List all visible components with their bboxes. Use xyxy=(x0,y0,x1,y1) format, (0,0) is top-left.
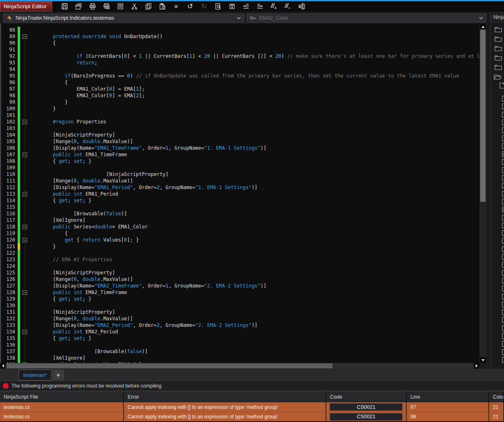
explorer-file-icon[interactable] xyxy=(502,349,504,357)
print-button[interactable] xyxy=(87,2,98,11)
explorer-file-icon[interactable] xyxy=(502,294,504,301)
fold-collapse-icon[interactable] xyxy=(23,238,27,242)
code-text: [NinjaScriptProperty] xyxy=(29,132,115,138)
fold-collapse-icon[interactable] xyxy=(23,153,27,157)
scroll-left-button[interactable] xyxy=(0,363,6,369)
explorer-file-icon[interactable] xyxy=(502,119,504,127)
redo-icon: ↻ xyxy=(201,3,207,10)
class-selector-dropdown[interactable]: NinjaTrader.NinjaScript.Indicators.teste… xyxy=(3,14,244,23)
undo-button[interactable]: ↺ xyxy=(184,2,196,11)
horizontal-scrollbar[interactable] xyxy=(0,363,479,369)
explorer-file-icon[interactable] xyxy=(502,103,504,111)
explorer-file-icon[interactable] xyxy=(502,135,504,143)
explorer-folder-icon[interactable] xyxy=(495,55,502,62)
explorer-file-icon[interactable] xyxy=(502,206,504,214)
cut-button[interactable] xyxy=(128,2,140,11)
save-all-button[interactable] xyxy=(73,2,84,11)
line-number: 113 xyxy=(1,191,18,197)
fold-collapse-icon[interactable] xyxy=(23,225,27,229)
add-comment-button[interactable]: //+ xyxy=(268,2,279,11)
explorer-folder-icon[interactable] xyxy=(495,64,502,72)
explorer-file-icon[interactable] xyxy=(502,222,504,230)
vertical-scrollbar[interactable] xyxy=(479,24,486,363)
explorer-file-icon[interactable] xyxy=(502,127,504,135)
explorer-file-icon[interactable] xyxy=(502,278,504,285)
explorer-file-icon[interactable] xyxy=(502,341,504,349)
save-button[interactable] xyxy=(59,2,70,11)
explorer-file-icon[interactable] xyxy=(502,301,504,309)
find-button[interactable] xyxy=(212,2,224,11)
code-line-117: 117 [XmlIgnore] xyxy=(1,217,479,224)
horizontal-scrollbar-thumb[interactable] xyxy=(7,363,332,368)
column-header-code[interactable]: Code xyxy=(326,391,407,402)
member-search-dropdown[interactable]: EMA2_Color xyxy=(247,14,486,23)
code-line-115: 115 xyxy=(1,204,479,210)
outdent-button[interactable] xyxy=(240,2,252,11)
delete-button[interactable]: × xyxy=(170,2,182,11)
explorer-file-icon[interactable] xyxy=(502,112,504,119)
explorer-file-icon[interactable] xyxy=(502,357,504,365)
visual-studio-button[interactable] xyxy=(296,2,307,11)
explorer-file-icon[interactable] xyxy=(502,285,504,293)
explorer-file-icon[interactable] xyxy=(502,238,504,246)
line-number: 95 xyxy=(1,73,18,79)
options-document-button[interactable] xyxy=(115,2,126,11)
explorer-file-icon[interactable] xyxy=(502,159,504,167)
explorer-file-icon[interactable] xyxy=(502,198,504,206)
scroll-down-button[interactable] xyxy=(480,357,486,363)
fold-collapse-icon[interactable] xyxy=(23,330,27,334)
explorer-folder-icon[interactable] xyxy=(495,36,502,43)
fold-collapse-icon[interactable] xyxy=(23,290,27,295)
explorer-file-icon[interactable] xyxy=(502,230,504,238)
explorer-file-icon[interactable] xyxy=(502,317,504,325)
explorer-file-icon[interactable] xyxy=(502,143,504,151)
chevron-down-icon[interactable] xyxy=(237,15,241,21)
explorer-file-icon[interactable] xyxy=(502,167,504,175)
indent-button[interactable] xyxy=(254,2,266,11)
explorer-folder-open-icon[interactable] xyxy=(494,74,502,81)
print-preview-button[interactable] xyxy=(101,2,112,11)
copy-button[interactable] xyxy=(142,2,154,11)
scroll-right-button[interactable] xyxy=(474,363,479,369)
explorer-file-icon[interactable] xyxy=(499,82,504,90)
explorer-file-icon[interactable] xyxy=(502,191,504,198)
chevron-down-icon[interactable] xyxy=(479,15,483,21)
fold-collapse-icon[interactable] xyxy=(23,192,27,196)
explorer-file-icon[interactable] xyxy=(502,270,504,278)
explorer-file-icon[interactable] xyxy=(502,325,504,333)
code-text: [Display(Name="EMA1_Period", Order=2, Gr… xyxy=(29,184,257,191)
explorer-file-icon[interactable] xyxy=(502,214,504,222)
column-header-column[interactable]: Column xyxy=(489,391,504,402)
fold-collapse-icon[interactable] xyxy=(23,34,27,39)
paste-button[interactable] xyxy=(156,2,168,11)
explorer-file-icon[interactable] xyxy=(502,333,504,341)
explorer-file-icon[interactable] xyxy=(502,151,504,159)
add-tab-button[interactable]: + xyxy=(53,370,64,380)
error-table-row[interactable]: testemas.csCannot apply indexing with []… xyxy=(0,412,504,421)
scroll-up-button[interactable] xyxy=(480,24,486,30)
column-header-file[interactable]: NinjaScript File xyxy=(0,391,124,402)
explorer-folder-icon[interactable] xyxy=(495,46,502,53)
explorer-file-icon[interactable] xyxy=(502,254,504,262)
column-header-error[interactable]: Error xyxy=(124,391,326,402)
compile-button[interactable] xyxy=(226,2,238,11)
remove-comment-button[interactable]: //− xyxy=(282,2,293,11)
explorer-file-icon[interactable] xyxy=(502,175,504,182)
error-table-row[interactable]: testemas.csCannot apply indexing with []… xyxy=(0,402,504,412)
explorer-file-icon[interactable] xyxy=(502,246,504,254)
explorer-folder-icon[interactable] xyxy=(495,27,502,34)
explorer-file-icon[interactable] xyxy=(502,96,504,103)
tab-testemas[interactable]: testemas* xyxy=(18,370,52,381)
error-code-cell: CS0021 xyxy=(326,402,407,412)
code-editor[interactable]: 8889 protected override void OnBarUpdate… xyxy=(0,24,479,363)
line-number: 131 xyxy=(1,309,18,315)
vertical-scrollbar-thumb[interactable] xyxy=(480,30,486,202)
explorer-file-icon[interactable] xyxy=(502,309,504,317)
explorer-file-icon[interactable] xyxy=(502,262,504,269)
column-header-line[interactable]: Line xyxy=(407,391,489,402)
redo-button[interactable]: ↻ xyxy=(198,2,210,11)
fold-collapse-icon[interactable] xyxy=(23,120,27,124)
indent-guide xyxy=(25,66,25,73)
explorer-file-icon[interactable] xyxy=(502,182,504,190)
save-all-icon xyxy=(75,3,82,10)
